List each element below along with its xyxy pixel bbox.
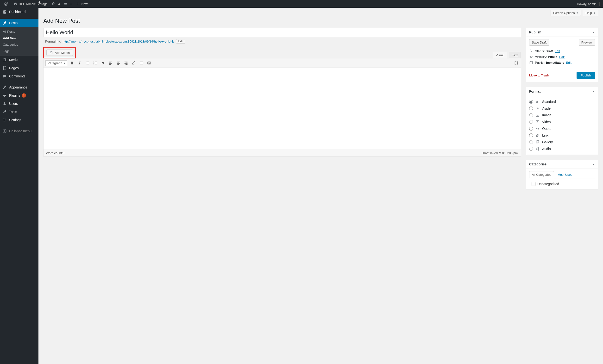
publish-box-header[interactable]: Publish ▲ bbox=[526, 28, 598, 37]
edit-schedule-link[interactable]: Edit bbox=[566, 61, 571, 64]
visibility-line: Visibility: Public Edit bbox=[529, 55, 595, 59]
menu-appearance[interactable]: Appearance bbox=[0, 83, 38, 91]
refresh-icon bbox=[51, 2, 55, 6]
format-option-audio[interactable]: Audio bbox=[529, 145, 595, 152]
caret-up-icon[interactable]: ▲ bbox=[592, 90, 595, 93]
format-label: Standard bbox=[542, 100, 556, 104]
editor-canvas[interactable] bbox=[44, 68, 521, 150]
menu-pages[interactable]: Pages bbox=[0, 64, 38, 72]
align-right-button[interactable] bbox=[123, 60, 129, 66]
format-label: Quote bbox=[542, 127, 551, 130]
format-radio-quote[interactable] bbox=[529, 127, 533, 130]
svg-point-1 bbox=[4, 59, 4, 60]
align-center-button[interactable] bbox=[116, 60, 121, 66]
menu-settings[interactable]: Settings bbox=[0, 116, 38, 124]
help-toggle[interactable]: Help ▼ bbox=[583, 10, 598, 16]
format-box: Format ▲ StandardAsideImageVideoQuoteLin… bbox=[526, 87, 598, 155]
submenu-add-new[interactable]: Add New bbox=[0, 35, 38, 41]
wp-logo[interactable] bbox=[2, 0, 12, 8]
save-draft-button[interactable]: Save Draft bbox=[529, 39, 549, 46]
screen-options-toggle[interactable]: Screen Options ▼ bbox=[551, 10, 581, 16]
toolbar-toggle-button[interactable] bbox=[146, 60, 152, 66]
menu-comments[interactable]: Comments bbox=[0, 72, 38, 80]
updates[interactable]: 4 bbox=[49, 0, 62, 8]
format-radio-gallery[interactable] bbox=[529, 140, 533, 144]
my-account[interactable]: Howdy, admin bbox=[575, 0, 598, 8]
submenu-tags[interactable]: Tags bbox=[0, 48, 38, 54]
read-more-button[interactable] bbox=[139, 60, 144, 66]
audio-icon bbox=[535, 147, 540, 151]
brush-icon bbox=[2, 85, 7, 89]
svg-point-3 bbox=[4, 118, 5, 119]
help-label: Help bbox=[585, 11, 592, 15]
format-radio-standard[interactable] bbox=[529, 100, 533, 104]
link-button[interactable] bbox=[131, 60, 137, 66]
svg-point-2 bbox=[4, 102, 5, 104]
format-option-link[interactable]: Link bbox=[529, 132, 595, 139]
format-radio-image[interactable] bbox=[529, 113, 533, 117]
site-name[interactable]: HPE Nimble Storage bbox=[12, 0, 49, 8]
comments-bubble[interactable]: 0 bbox=[62, 0, 74, 8]
submenu-all-posts[interactable]: All Posts bbox=[0, 28, 38, 35]
permalink-slug: hello-world-2 bbox=[154, 40, 173, 43]
menu-label: Comments bbox=[9, 74, 25, 78]
format-option-video[interactable]: Video bbox=[529, 118, 595, 125]
menu-posts[interactable]: Posts bbox=[0, 19, 38, 27]
publish-title: Publish bbox=[529, 30, 541, 34]
svg-point-6 bbox=[3, 129, 6, 133]
new-label: New bbox=[81, 2, 88, 6]
editor-tab-visual[interactable]: Visual bbox=[493, 52, 507, 59]
new-content[interactable]: New bbox=[74, 0, 89, 8]
editor-status-bar: Word count: 0 Draft saved at 8:07:03 pm. bbox=[44, 150, 521, 156]
add-media-button[interactable]: Add Media bbox=[46, 49, 73, 56]
permalink-row: Permalink: http://tme-lnx4-ocp-test.lab.… bbox=[45, 39, 521, 44]
caret-up-icon[interactable]: ▲ bbox=[592, 31, 595, 34]
menu-tools[interactable]: Tools bbox=[0, 108, 38, 116]
format-radio-audio[interactable] bbox=[529, 147, 533, 151]
number-list-button[interactable]: 123 bbox=[92, 60, 98, 66]
edit-status-link[interactable]: Edit bbox=[555, 49, 560, 53]
categories-tab-all[interactable]: All Categories bbox=[529, 171, 554, 178]
paragraph-select[interactable]: Paragraph ▼ bbox=[46, 60, 67, 66]
menu-label: Plugins bbox=[9, 94, 20, 97]
editor-toolbar: Paragraph ▼ 123 bbox=[44, 59, 521, 68]
menu-plugins[interactable]: Plugins 1 bbox=[0, 91, 38, 100]
readmore-icon bbox=[139, 61, 144, 65]
caret-up-icon[interactable]: ▲ bbox=[592, 163, 595, 166]
fullscreen-button[interactable] bbox=[513, 60, 519, 66]
category-checkbox[interactable] bbox=[532, 182, 535, 186]
menu-dashboard[interactable]: Dashboard bbox=[0, 8, 38, 16]
preview-button[interactable]: Preview bbox=[579, 39, 595, 46]
bullet-list-button[interactable] bbox=[85, 60, 90, 66]
format-option-aside[interactable]: Aside bbox=[529, 105, 595, 112]
category-item[interactable]: Uncategorized bbox=[529, 181, 595, 187]
format-option-gallery[interactable]: Gallery bbox=[529, 139, 595, 145]
post-title-input[interactable] bbox=[43, 28, 521, 37]
categories-tab-most-used[interactable]: Most Used bbox=[557, 171, 573, 178]
align-left-icon bbox=[108, 61, 113, 65]
publish-button[interactable]: Publish bbox=[577, 72, 595, 79]
menu-users[interactable]: Users bbox=[0, 100, 38, 108]
collapse-menu[interactable]: Collapse menu bbox=[0, 127, 38, 135]
align-left-button[interactable] bbox=[108, 60, 114, 66]
bold-button[interactable] bbox=[69, 60, 75, 66]
italic-button[interactable] bbox=[77, 60, 83, 66]
permalink-link[interactable]: http://tme-lnx4-ocp-test.lab.nimblestora… bbox=[62, 40, 174, 43]
edit-visibility-link[interactable]: Edit bbox=[559, 55, 565, 59]
format-radio-link[interactable] bbox=[529, 133, 533, 137]
move-to-trash-link[interactable]: Move to Trash bbox=[529, 74, 549, 77]
format-option-quote[interactable]: Quote bbox=[529, 125, 595, 132]
format-option-standard[interactable]: Standard bbox=[529, 98, 595, 105]
edit-permalink-button[interactable]: Edit bbox=[176, 39, 185, 44]
format-label: Image bbox=[542, 113, 552, 117]
blockquote-button[interactable] bbox=[100, 60, 106, 66]
sliders-icon bbox=[2, 118, 7, 122]
format-box-header[interactable]: Format ▲ bbox=[526, 87, 598, 96]
format-option-image[interactable]: Image bbox=[529, 112, 595, 118]
menu-media[interactable]: Media bbox=[0, 56, 38, 64]
submenu-categories[interactable]: Categories bbox=[0, 41, 38, 48]
editor-tab-text[interactable]: Text bbox=[509, 52, 521, 59]
categories-box-header[interactable]: Categories ▲ bbox=[526, 160, 598, 169]
format-radio-aside[interactable] bbox=[529, 106, 533, 110]
format-radio-video[interactable] bbox=[529, 120, 533, 124]
